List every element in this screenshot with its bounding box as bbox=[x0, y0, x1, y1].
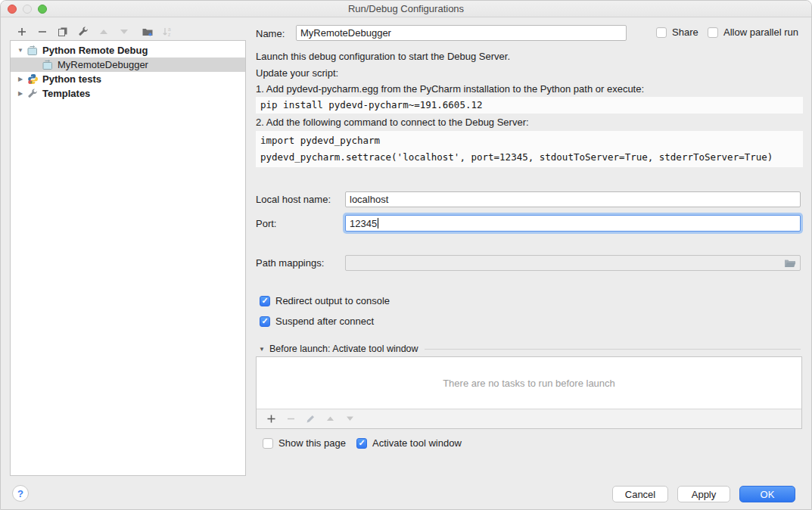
expand-arrow-icon[interactable]: ▼ bbox=[17, 47, 24, 54]
path-mappings-input[interactable] bbox=[345, 255, 801, 271]
before-launch-header[interactable]: ▼ Before launch: Activate tool window bbox=[259, 344, 801, 354]
tasks-toolbar bbox=[257, 409, 801, 428]
collapse-arrow-icon[interactable]: ▶ bbox=[17, 76, 24, 82]
intro-line-2: Update your script: bbox=[256, 67, 338, 79]
allow-parallel-run-checkbox[interactable] bbox=[708, 27, 718, 38]
suspend-after-connect-label: Suspend after connect bbox=[275, 316, 374, 327]
new-folder-icon[interactable] bbox=[137, 23, 157, 40]
intro-line-1: Launch this debug configuration to start… bbox=[256, 51, 510, 62]
collapse-arrow-icon[interactable]: ▶ bbox=[17, 90, 24, 97]
pip-install-code: pip install pydevd-pycharm~=191.6605.12 bbox=[256, 97, 803, 114]
suspend-after-connect-checkbox[interactable]: ✓ bbox=[260, 316, 270, 327]
configuration-editor: Name: MyRemoteDebugger Share Allow paral… bbox=[256, 17, 803, 477]
sort-configurations-icon[interactable]: az bbox=[157, 23, 178, 40]
settrace-code: import pydevd_pycharmpydevd_pycharm.sett… bbox=[256, 131, 803, 167]
cancel-button[interactable]: Cancel bbox=[612, 486, 668, 502]
step-2-text: 2. Add the following command to connect … bbox=[256, 117, 529, 128]
step-1-text: 1. Add pydevd-pycharm.egg from the PyCha… bbox=[256, 83, 644, 95]
add-task-icon[interactable] bbox=[261, 411, 281, 428]
tasks-empty-text: There are no tasks to run before launch bbox=[443, 378, 615, 389]
show-this-page-checkbox[interactable] bbox=[263, 438, 273, 449]
settrace-code-line-1: import pydevd_pycharm bbox=[260, 135, 380, 146]
redirect-output-label: Redirect output to console bbox=[275, 295, 390, 306]
move-up-icon[interactable] bbox=[93, 23, 114, 40]
browse-folder-icon[interactable] bbox=[784, 258, 796, 268]
share-checkbox[interactable] bbox=[656, 27, 667, 38]
path-mappings-label: Path mappings: bbox=[256, 257, 324, 269]
tree-item-python-remote-debug[interactable]: ▼ Python Remote Debug bbox=[11, 43, 245, 58]
collapse-section-icon[interactable]: ▼ bbox=[259, 346, 265, 353]
python-tests-icon bbox=[27, 73, 39, 85]
before-launch-title: Before launch: Activate tool window bbox=[269, 344, 418, 354]
tree-item-python-tests[interactable]: ▶ Python tests bbox=[11, 72, 245, 86]
remove-task-icon[interactable] bbox=[281, 411, 300, 428]
tree-item-label: Python Remote Debug bbox=[42, 45, 148, 56]
window-title: Run/Debug Configurations bbox=[1, 3, 811, 14]
configurations-toolbar: az bbox=[11, 23, 178, 40]
move-task-up-icon[interactable] bbox=[320, 411, 340, 428]
allow-parallel-run-label: Allow parallel run bbox=[723, 26, 798, 38]
name-label: Name: bbox=[256, 28, 285, 39]
allow-parallel-run-checkbox-row: Allow parallel run bbox=[708, 26, 798, 38]
share-label: Share bbox=[672, 26, 698, 38]
tree-item-label: MyRemoteDebugger bbox=[58, 59, 148, 70]
share-checkbox-row: Share bbox=[656, 26, 698, 38]
port-input[interactable]: 12345 bbox=[345, 215, 801, 232]
move-task-down-icon[interactable] bbox=[340, 411, 359, 428]
name-input-value: MyRemoteDebugger bbox=[300, 27, 391, 39]
run-debug-configurations-dialog: Run/Debug Configurations az bbox=[0, 0, 812, 510]
show-this-page-label: Show this page bbox=[278, 437, 346, 449]
move-down-icon[interactable] bbox=[114, 23, 134, 40]
before-launch-tasks-panel: There are no tasks to run before launch bbox=[256, 356, 802, 429]
local-host-name-label: Local host name: bbox=[256, 194, 331, 205]
svg-text:a: a bbox=[168, 26, 171, 32]
remove-configuration-icon[interactable] bbox=[32, 23, 52, 40]
ok-button[interactable]: OK bbox=[739, 486, 795, 502]
local-host-name-input[interactable]: localhost bbox=[345, 191, 801, 207]
tree-item-myremotedebugger[interactable]: MyRemoteDebugger bbox=[11, 58, 245, 72]
remote-debug-config-icon bbox=[42, 59, 54, 70]
port-value: 12345 bbox=[350, 218, 377, 229]
activate-tool-window-checkbox[interactable]: ✓ bbox=[356, 438, 367, 449]
remote-debug-config-icon bbox=[27, 45, 39, 56]
name-input[interactable]: MyRemoteDebugger bbox=[296, 25, 627, 41]
copy-configuration-icon[interactable] bbox=[52, 23, 73, 40]
apply-button[interactable]: Apply bbox=[677, 486, 730, 502]
tree-item-templates[interactable]: ▶ Templates bbox=[11, 86, 245, 101]
redirect-output-row: ✓ Redirect output to console bbox=[260, 295, 390, 306]
redirect-output-checkbox[interactable]: ✓ bbox=[260, 296, 270, 306]
text-caret bbox=[378, 218, 378, 229]
activate-tool-window-row: ✓ Activate tool window bbox=[356, 437, 462, 449]
tree-item-label: Python tests bbox=[42, 73, 101, 85]
activate-tool-window-label: Activate tool window bbox=[372, 437, 462, 449]
tree-item-label: Templates bbox=[42, 88, 90, 99]
tasks-empty-area: There are no tasks to run before launch bbox=[257, 357, 801, 409]
help-button[interactable]: ? bbox=[12, 485, 29, 502]
section-separator bbox=[425, 349, 801, 350]
edit-task-pencil-icon[interactable] bbox=[300, 411, 320, 428]
svg-text:z: z bbox=[168, 32, 170, 37]
suspend-after-connect-row: ✓ Suspend after connect bbox=[260, 316, 374, 327]
show-this-page-row: Show this page bbox=[263, 437, 346, 449]
edit-templates-wrench-icon[interactable] bbox=[73, 23, 93, 40]
configurations-tree: ▼ Python Remote Debug MyRemoteDebugger ▶ bbox=[10, 40, 246, 476]
port-label: Port: bbox=[256, 218, 276, 229]
settrace-code-line-2: pydevd_pycharm.settrace('localhost', por… bbox=[260, 151, 773, 163]
titlebar: Run/Debug Configurations bbox=[1, 1, 811, 17]
templates-wrench-icon bbox=[27, 88, 39, 99]
local-host-name-value: localhost bbox=[350, 194, 388, 205]
add-configuration-icon[interactable] bbox=[11, 23, 32, 40]
